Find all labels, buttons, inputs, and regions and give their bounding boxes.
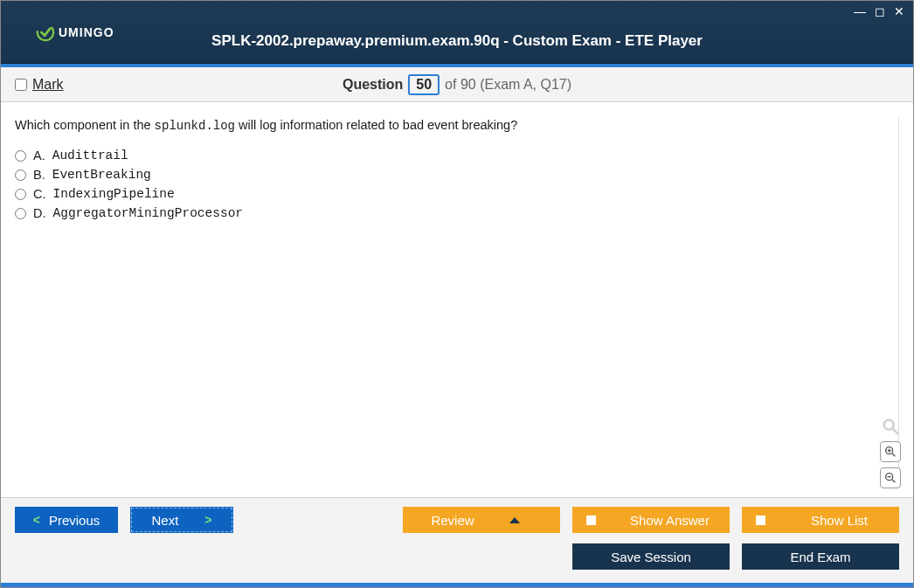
zoom-in-button[interactable] [880, 441, 901, 462]
question-number-box: 50 [408, 74, 440, 95]
logo-text: UMINGO [59, 25, 114, 39]
option-letter: B. [33, 168, 45, 182]
square-icon [756, 515, 765, 525]
zoom-out-button[interactable] [880, 467, 901, 488]
mark-checkbox-group[interactable]: Mark [15, 77, 64, 93]
question-suffix: will log information related to bad even… [235, 118, 517, 132]
question-content: Which component in the splunkd.log will … [1, 102, 913, 497]
show-answer-button[interactable]: Show Answer [572, 507, 730, 533]
review-label: Review [431, 513, 474, 528]
logo-checkmark-icon [36, 23, 55, 42]
title-bar: UMINGO SPLK-2002.prepaway.premium.exam.9… [1, 1, 913, 64]
svg-point-0 [36, 23, 55, 42]
svg-line-4 [892, 453, 895, 456]
option-text: AggregatorMiningProcessor [53, 206, 244, 220]
option-radio[interactable] [15, 189, 26, 200]
chevron-left-icon: < [33, 513, 40, 527]
option-radio[interactable] [15, 150, 26, 162]
mark-checkbox[interactable] [15, 79, 27, 91]
question-label: Question [343, 77, 403, 93]
option-letter: A. [33, 149, 45, 163]
window-title: SPLK-2002.prepaway.premium.exam.90q - Cu… [211, 32, 703, 50]
end-exam-label: End Exam [790, 550, 850, 564]
maximize-icon[interactable]: ◻ [873, 4, 887, 18]
save-session-button[interactable]: Save Session [572, 543, 730, 570]
mark-label[interactable]: Mark [32, 77, 64, 93]
options-list: A. Audittrail B. EventBreaking C. Indexi… [15, 149, 888, 220]
show-answer-label: Show Answer [620, 513, 730, 528]
save-session-label: Save Session [611, 550, 691, 564]
option-a[interactable]: A. Audittrail [15, 149, 888, 163]
triangle-up-icon [509, 517, 520, 523]
minimize-icon[interactable]: — [852, 4, 868, 18]
square-icon [586, 515, 596, 525]
option-b[interactable]: B. EventBreaking [15, 168, 888, 182]
end-exam-button[interactable]: End Exam [742, 543, 899, 570]
next-button[interactable]: Next > [130, 507, 233, 533]
option-d[interactable]: D. AggregatorMiningProcessor [15, 206, 888, 220]
previous-button[interactable]: < Previous [15, 507, 118, 533]
footer-bar: < Previous Next > Review Show Answer Sho… [1, 497, 913, 588]
next-label: Next [151, 513, 178, 528]
question-prefix: Which component in the [15, 118, 155, 132]
close-icon[interactable]: ✕ [892, 4, 906, 18]
question-counter: Question 50 of 90 (Exam A, Q17) [343, 74, 571, 95]
question-bar: Mark Question 50 of 90 (Exam A, Q17) [1, 67, 913, 102]
question-text: Which component in the splunkd.log will … [15, 118, 888, 133]
previous-label: Previous [49, 513, 100, 528]
zoom-tools [880, 417, 901, 488]
option-letter: C. [33, 187, 46, 201]
svg-line-8 [892, 480, 895, 482]
review-button[interactable]: Review [403, 507, 560, 533]
svg-line-2 [893, 429, 898, 434]
show-list-label: Show List [790, 513, 899, 528]
chevron-right-icon: > [204, 513, 211, 527]
show-list-button[interactable]: Show List [742, 507, 899, 533]
option-text: IndexingPipeline [53, 187, 175, 201]
search-icon[interactable] [881, 417, 900, 436]
app-logo: UMINGO [36, 23, 114, 42]
option-c[interactable]: C. IndexingPipeline [15, 187, 888, 201]
window-controls: — ◻ ✕ [852, 4, 906, 18]
option-radio[interactable] [15, 208, 26, 219]
question-code: splunkd.log [155, 119, 235, 133]
option-text: EventBreaking [52, 168, 151, 182]
question-of-text: of 90 (Exam A, Q17) [445, 77, 571, 93]
option-radio[interactable] [15, 169, 26, 181]
bottom-accent [1, 583, 913, 587]
option-letter: D. [33, 206, 46, 220]
option-text: Audittrail [52, 149, 128, 163]
